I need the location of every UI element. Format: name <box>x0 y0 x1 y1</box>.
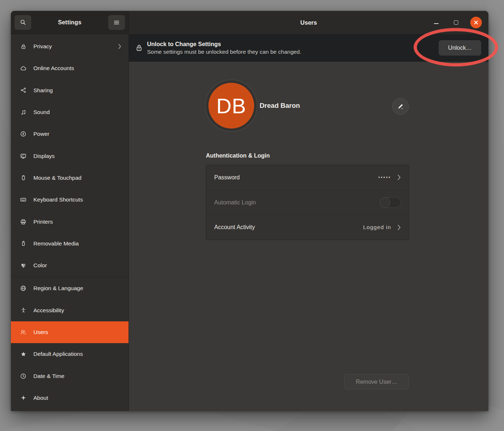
sidebar-item-about[interactable]: About <box>11 387 129 409</box>
automatic-login-row: Automatic Login <box>206 190 409 215</box>
lock-icon <box>135 44 143 52</box>
sidebar-item-accessibility[interactable]: Accessibility <box>11 300 129 321</box>
users-content: DB Dread Baron Authentication & Login Pa… <box>129 62 488 411</box>
share-icon <box>20 87 27 94</box>
sidebar-header: Settings <box>11 11 129 34</box>
close-icon <box>473 20 479 25</box>
sidebar-item-label: Power <box>33 131 121 137</box>
minimize-icon <box>434 23 439 24</box>
sidebar-item-label: Displays <box>33 153 121 159</box>
primary-menu-button[interactable] <box>108 15 125 30</box>
globe-icon <box>20 285 27 292</box>
sidebar-item-region-language[interactable]: Region & Language <box>11 277 129 299</box>
pencil-icon <box>397 103 404 110</box>
titlebar[interactable]: Users <box>129 11 488 34</box>
printer-icon <box>20 218 27 225</box>
sidebar-item-label: Online Accounts <box>33 65 121 72</box>
sidebar-item-label: Privacy <box>33 43 118 50</box>
display-icon <box>20 153 27 160</box>
maximize-icon <box>454 20 458 25</box>
close-button[interactable] <box>470 17 482 28</box>
sidebar-item-label: About <box>33 395 121 401</box>
sidebar-item-mouse-touchpad[interactable]: Mouse & Touchpad <box>11 167 129 189</box>
sidebar-item-label: Color <box>33 262 121 269</box>
account-activity-label: Account Activity <box>214 224 363 231</box>
unlock-banner-subtitle: Some settings must be unlocked before th… <box>147 49 439 55</box>
lock-icon <box>20 43 27 50</box>
chevron-right-icon <box>398 175 401 180</box>
sidebar-item-users[interactable]: Users <box>11 321 129 343</box>
sidebar-item-keyboard-shortcuts[interactable]: Keyboard Shortcuts <box>11 189 129 211</box>
maximize-button[interactable] <box>450 17 462 28</box>
accessibility-icon <box>20 307 27 314</box>
sidebar: Settings Privacy Online Accounts Sharing <box>11 11 129 411</box>
remove-user-button[interactable]: Remove User… <box>344 374 409 389</box>
sidebar-list: Privacy Online Accounts Sharing Sound Po… <box>11 34 129 411</box>
unlock-banner-text: Unlock to Change Settings Some settings … <box>147 41 439 55</box>
password-value: ••••• <box>378 175 391 180</box>
sidebar-item-label: Sound <box>33 109 121 115</box>
window-controls <box>430 11 482 34</box>
keyboard-icon <box>20 196 27 203</box>
mouse-icon <box>20 174 27 182</box>
clock-icon <box>20 373 27 380</box>
sidebar-item-sharing[interactable]: Sharing <box>11 80 129 101</box>
power-icon <box>20 130 27 138</box>
automatic-login-toggle[interactable] <box>380 197 401 208</box>
users-icon <box>20 329 27 336</box>
sidebar-item-online-accounts[interactable]: Online Accounts <box>11 57 129 79</box>
unlock-banner-title: Unlock to Change Settings <box>147 41 439 48</box>
music-note-icon <box>20 109 27 116</box>
star-icon <box>20 350 27 358</box>
sidebar-item-printers[interactable]: Printers <box>11 211 129 232</box>
sidebar-item-label: Region & Language <box>33 285 121 292</box>
main-panel: Users Unlock to Change Settings Some set… <box>129 11 488 411</box>
sidebar-title: Settings <box>58 19 82 26</box>
sidebar-item-default-applications[interactable]: Default Applications <box>11 343 129 365</box>
sidebar-item-removable-media[interactable]: Removable Media <box>11 233 129 255</box>
minimize-button[interactable] <box>430 17 442 28</box>
account-activity-value: Logged in <box>363 224 391 231</box>
user-full-name: Dread Baron <box>260 102 300 110</box>
settings-window: Settings Privacy Online Accounts Sharing <box>11 11 488 411</box>
edit-name-button[interactable] <box>392 98 409 115</box>
auth-section-title: Authentication & Login <box>206 153 270 159</box>
page-title: Users <box>300 19 317 26</box>
sidebar-item-privacy[interactable]: Privacy <box>11 36 129 57</box>
hamburger-menu-icon <box>114 20 119 25</box>
cloud-icon <box>20 65 27 72</box>
sidebar-item-label: Date & Time <box>33 373 121 379</box>
account-activity-row[interactable]: Account Activity Logged in <box>206 215 409 240</box>
auth-login-card: Password ••••• Automatic Login Account A… <box>206 165 409 240</box>
sidebar-item-color[interactable]: Color <box>11 255 129 276</box>
sidebar-item-sound[interactable]: Sound <box>11 101 129 123</box>
chevron-right-icon <box>118 44 121 49</box>
password-label: Password <box>214 174 378 181</box>
sidebar-item-label: Accessibility <box>33 307 121 314</box>
sidebar-divider <box>11 277 129 277</box>
search-button[interactable] <box>15 15 31 30</box>
sidebar-item-label: Default Applications <box>33 351 121 357</box>
toggle-knob <box>380 197 390 208</box>
color-circles-icon <box>20 262 27 269</box>
avatar-initials: DB <box>208 83 254 129</box>
sidebar-item-date-time[interactable]: Date & Time <box>11 365 129 387</box>
sidebar-item-label: Keyboard Shortcuts <box>33 196 121 203</box>
usb-drive-icon <box>20 240 27 247</box>
sidebar-item-label: Removable Media <box>33 240 121 247</box>
chevron-right-icon <box>398 225 401 230</box>
sidebar-item-label: Printers <box>33 219 121 225</box>
unlock-banner: Unlock to Change Settings Some settings … <box>129 34 488 62</box>
unlock-button[interactable]: Unlock… <box>439 40 481 56</box>
sidebar-item-label: Sharing <box>33 87 121 94</box>
sidebar-item-label: Users <box>33 329 121 336</box>
sparkle-icon <box>20 394 27 402</box>
sidebar-item-label: Mouse & Touchpad <box>33 175 121 181</box>
sidebar-item-displays[interactable]: Displays <box>11 145 129 167</box>
search-icon <box>20 19 26 25</box>
password-row[interactable]: Password ••••• <box>206 165 409 190</box>
automatic-login-label: Automatic Login <box>214 199 380 206</box>
sidebar-item-power[interactable]: Power <box>11 123 129 145</box>
user-avatar[interactable]: DB <box>205 80 257 132</box>
